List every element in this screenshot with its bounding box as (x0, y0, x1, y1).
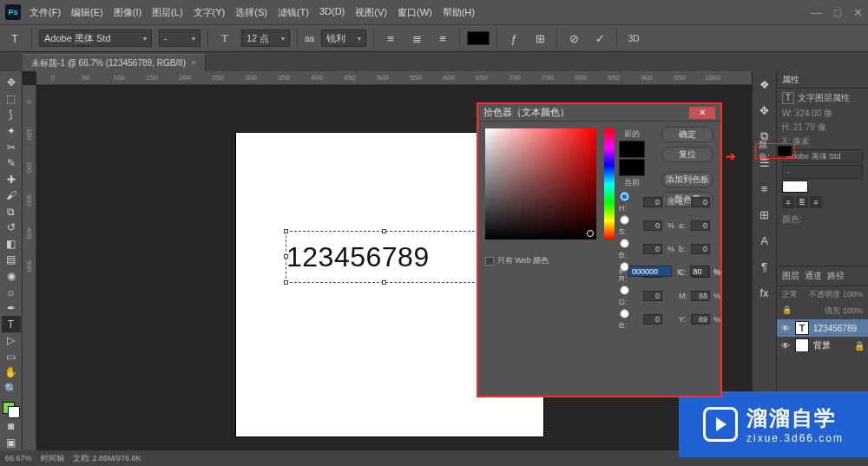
radio-g[interactable]: G: (619, 285, 640, 306)
layer-name[interactable]: 背景 (813, 339, 831, 351)
text-bounding-box[interactable]: 123456789 (286, 231, 483, 283)
add-swatch-button[interactable]: 添加到色板 (661, 172, 713, 187)
layers-tab[interactable]: 图层 (782, 270, 799, 282)
resize-handle[interactable] (284, 254, 288, 259)
screenmode-icon[interactable]: ▣ (2, 434, 21, 450)
layer-row[interactable]: 👁 背景 🔒 (777, 337, 868, 354)
font-style-select[interactable]: - ▾ (159, 30, 201, 47)
menu-3d[interactable]: 3D(D) (319, 6, 345, 19)
lasso-tool-icon[interactable]: ⟆ (2, 107, 21, 123)
text-content[interactable]: 123456789 (286, 241, 430, 273)
visibility-icon[interactable]: 👁 (780, 323, 791, 333)
healing-tool-icon[interactable]: ✚ (2, 171, 21, 187)
ok-button[interactable]: 确定 (661, 127, 713, 142)
field-s[interactable] (643, 220, 662, 231)
zoom-tool-icon[interactable]: 🔍 (2, 381, 21, 397)
paths-tab[interactable]: 路径 (827, 270, 845, 282)
align-right-icon[interactable]: ≡ (810, 196, 822, 208)
quickmask-icon[interactable]: ◙ (2, 418, 21, 435)
align-left-icon[interactable]: ≡ (381, 29, 400, 48)
field-y[interactable] (691, 314, 710, 325)
field-a[interactable] (691, 220, 710, 231)
eraser-tool-icon[interactable]: ◧ (2, 236, 21, 253)
radio-s[interactable]: S: (619, 214, 640, 236)
field-l[interactable] (691, 197, 710, 207)
menu-type[interactable]: 文字(Y) (194, 6, 226, 19)
radio-h[interactable]: H: (619, 191, 640, 213)
close-button[interactable]: ✕ (853, 6, 863, 19)
dock-icon[interactable]: ✥ (757, 102, 773, 118)
layer-name[interactable]: 123456789 (813, 324, 857, 333)
radio-bv[interactable]: B: (619, 308, 640, 330)
menu-select[interactable]: 选择(S) (235, 6, 267, 19)
resize-handle[interactable] (284, 280, 288, 285)
font-size-select[interactable]: 12 点 ▾ (241, 30, 290, 47)
timeline-label[interactable]: 时间轴 (41, 453, 64, 464)
move-tool-icon[interactable]: ✥ (2, 75, 21, 91)
3d-button[interactable]: 3D (624, 29, 643, 48)
character-panel-icon[interactable]: ⊞ (530, 29, 549, 48)
tab-close-icon[interactable]: × (191, 58, 196, 68)
resize-handle[interactable] (382, 280, 386, 285)
wand-tool-icon[interactable]: ✦ (2, 123, 21, 140)
menu-help[interactable]: 帮助(H) (443, 6, 475, 19)
menu-view[interactable]: 视图(V) (355, 6, 387, 19)
marquee-tool-icon[interactable]: ⬚ (2, 91, 21, 108)
menu-edit[interactable]: 编辑(E) (71, 6, 103, 19)
menu-window[interactable]: 窗口(W) (398, 6, 432, 19)
type-tool-icon[interactable]: T (2, 316, 21, 332)
dock-character-icon[interactable]: A (757, 233, 773, 248)
properties-tab[interactable]: 属性 (782, 74, 799, 86)
dialog-titlebar[interactable]: 拾色器（文本颜色） ✕ (478, 104, 720, 121)
props-font-weight[interactable]: - (782, 165, 863, 179)
stamp-tool-icon[interactable]: ⧉ (2, 204, 21, 220)
align-center-icon[interactable]: ≣ (407, 29, 426, 48)
field-h[interactable] (643, 197, 662, 207)
color-picker-dialog[interactable]: 拾色器（文本颜色） ✕ 确定 复位 添加到色板 颜色库 新的 当前 H:度 L: (477, 102, 722, 397)
hand-tool-icon[interactable]: ✋ (2, 364, 21, 381)
blend-mode[interactable]: 正常 (782, 289, 798, 300)
aa-select[interactable]: 锐利 ▾ (321, 30, 366, 47)
cancel-icon[interactable]: ⊘ (564, 29, 583, 48)
dock-icon[interactable]: ❖ (757, 76, 773, 92)
field-k[interactable] (690, 266, 709, 277)
crop-tool-icon[interactable]: ✂ (2, 139, 21, 155)
dock-paragraph-icon[interactable]: ¶ (757, 259, 773, 274)
hex-field[interactable] (628, 266, 672, 277)
field-bv[interactable] (643, 314, 662, 325)
dock-icon[interactable]: ⊞ (757, 207, 773, 222)
commit-icon[interactable]: ✓ (590, 29, 609, 48)
resize-handle[interactable] (284, 229, 288, 233)
menu-layer[interactable]: 图层(L) (152, 6, 182, 19)
dock-icon[interactable]: ≡ (757, 180, 773, 196)
gradient-tool-icon[interactable]: ▤ (2, 252, 21, 268)
pen-tool-icon[interactable]: ✒ (2, 300, 21, 317)
text-color-swatch[interactable] (467, 31, 490, 45)
align-left-icon[interactable]: ≡ (782, 196, 794, 208)
menu-image[interactable]: 图像(I) (114, 6, 141, 19)
hue-slider[interactable] (604, 128, 615, 240)
tool-preset-icon[interactable]: T (5, 29, 24, 48)
history-tool-icon[interactable]: ↺ (2, 220, 21, 236)
sv-cursor[interactable] (587, 230, 594, 237)
menu-filter[interactable]: 滤镜(T) (278, 6, 309, 19)
zoom-level[interactable]: 66.67% (5, 454, 32, 463)
maximize-button[interactable]: □ (834, 6, 841, 19)
field-g[interactable] (643, 291, 662, 301)
props-fill-swatch[interactable] (782, 180, 808, 193)
channels-tab[interactable]: 通道 (805, 270, 822, 282)
background-color[interactable] (8, 406, 20, 418)
saturation-value-field[interactable] (485, 128, 596, 240)
dialog-close-button[interactable]: ✕ (689, 107, 715, 119)
eyedropper-tool-icon[interactable]: ✎ (2, 155, 21, 172)
visibility-icon[interactable]: 👁 (780, 340, 791, 351)
radio-b[interactable]: B: (619, 238, 640, 259)
brush-tool-icon[interactable]: 🖌 (2, 187, 21, 204)
align-center-icon[interactable]: ≣ (796, 196, 808, 208)
field-b2[interactable] (691, 244, 710, 254)
web-only-checkbox[interactable] (485, 257, 494, 266)
minimize-button[interactable]: — (811, 6, 822, 19)
align-right-icon[interactable]: ≡ (433, 29, 452, 48)
shape-tool-icon[interactable]: ▭ (2, 349, 21, 365)
annotation-swatch[interactable] (778, 146, 792, 156)
